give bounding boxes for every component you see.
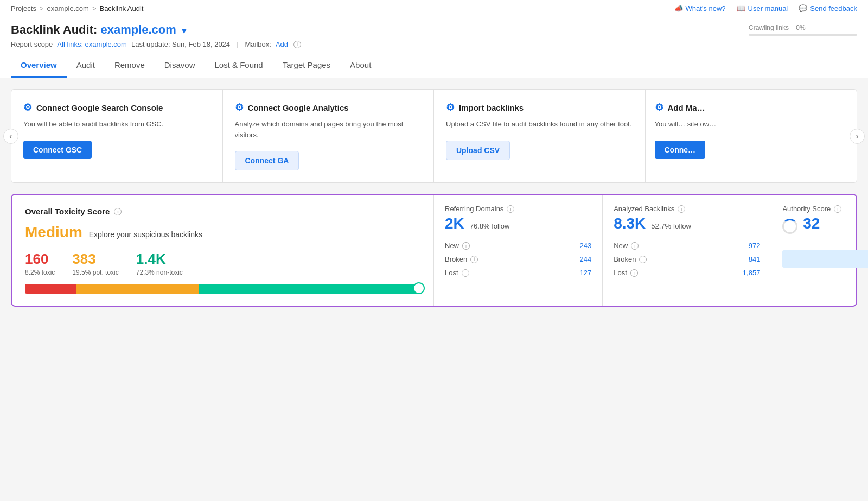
analyzed-backlinks-follow: 52.7% follow xyxy=(651,222,691,230)
authority-score-panel: Authority Score i 32 xyxy=(771,195,868,306)
referring-domains-info-icon[interactable]: i xyxy=(507,205,514,213)
analyzed-backlinks-title: Analyzed Backlinks i xyxy=(614,205,760,213)
gear-icon-ga: ⚙ xyxy=(235,102,244,113)
gear-icon-import: ⚙ xyxy=(446,102,455,113)
rd-row-broken: Broken i 244 xyxy=(445,252,591,266)
ab-row-lost: Lost i 1,857 xyxy=(614,266,760,280)
toxicity-info-icon[interactable]: i xyxy=(114,208,122,215)
cards-nav-left[interactable]: ‹ xyxy=(3,129,18,144)
tab-lost-found[interactable]: Lost & Found xyxy=(205,54,272,78)
toxicity-bar-orange xyxy=(76,284,199,294)
tab-about[interactable]: About xyxy=(340,54,381,78)
authority-score-chart xyxy=(782,250,868,268)
authority-score-info-icon[interactable]: i xyxy=(834,205,841,213)
analyzed-backlinks-value-row: 8.3K 52.7% follow xyxy=(614,215,760,232)
megaphone-icon: 📣 xyxy=(674,4,683,12)
referring-domains-value: 2K xyxy=(445,215,464,232)
upload-csv-button[interactable]: Upload CSV xyxy=(446,141,510,160)
chat-icon: 💬 xyxy=(799,4,807,12)
toxicity-title: Overall Toxicity Score i xyxy=(25,207,420,216)
analyzed-backlinks-panel: Analyzed Backlinks i 8.3K 52.7% follow N… xyxy=(603,195,771,306)
top-bar: Projects > example.com > Backlink Audit … xyxy=(0,0,868,17)
tab-disavow[interactable]: Disavow xyxy=(155,54,205,78)
card-gsc-title: ⚙ Connect Google Search Console xyxy=(23,102,210,113)
cards-nav-right[interactable]: › xyxy=(850,129,865,144)
referring-domains-value-row: 2K 76.8% follow xyxy=(445,215,591,232)
whats-new-button[interactable]: 📣 What's new? xyxy=(674,4,726,12)
connect-ga-button[interactable]: Connect GA xyxy=(235,151,299,170)
toxicity-scores: 160 8.2% toxic 383 19.5% pot. toxic 1.4K… xyxy=(25,251,420,276)
ab-broken-info[interactable]: i xyxy=(639,256,647,263)
referring-domains-follow: 76.8% follow xyxy=(470,222,510,230)
progress-bar-container xyxy=(749,34,857,36)
analyzed-backlinks-info-icon[interactable]: i xyxy=(678,205,685,213)
card-ga-title: ⚙ Connect Google Analytics xyxy=(235,102,422,113)
toxicity-bar-green xyxy=(199,284,420,294)
toxicity-bar-red xyxy=(25,284,76,294)
meta-row: Report scope All links: example.com Last… xyxy=(11,37,857,54)
scope-link[interactable]: All links: example.com xyxy=(57,40,127,48)
gear-icon-gsc: ⚙ xyxy=(23,102,32,113)
toxicity-subtitle: Explore your suspicious backlinks xyxy=(89,230,202,239)
domain-link[interactable]: example.com xyxy=(100,23,176,36)
card-ga-desc: Analyze which domains and pages bring yo… xyxy=(235,119,422,140)
rd-row-new: New i 243 xyxy=(445,239,591,252)
analyzed-backlinks-value: 8.3K xyxy=(614,215,646,232)
chevron-left-icon: ‹ xyxy=(9,131,12,141)
ab-new-info[interactable]: i xyxy=(631,242,639,250)
tox-score-toxic: 160 8.2% toxic xyxy=(25,251,55,276)
header-section: Backlink Audit: example.com ▾ Crawling l… xyxy=(0,17,868,78)
ab-row-new: New i 972 xyxy=(614,239,760,252)
toxicity-bar-thumb xyxy=(413,282,425,294)
send-feedback-button[interactable]: 💬 Send feedback xyxy=(799,4,857,12)
toxicity-main: Overall Toxicity Score i Medium Explore … xyxy=(12,195,434,306)
ab-row-broken: Broken i 841 xyxy=(614,252,760,266)
rd-lost-info[interactable]: i xyxy=(462,269,469,277)
breadcrumb-sep2: > xyxy=(92,4,97,12)
card-gsc-desc: You will be able to audit backlinks from… xyxy=(23,119,210,130)
breadcrumb-current: Backlink Audit xyxy=(99,4,143,12)
tab-target-pages[interactable]: Target Pages xyxy=(273,54,340,78)
chevron-right-icon: › xyxy=(856,131,858,141)
authority-score-value-row: 32 xyxy=(782,215,868,234)
toxicity-section: Overall Toxicity Score i Medium Explore … xyxy=(11,194,857,307)
authority-score-title: Authority Score i xyxy=(782,205,868,213)
rd-broken-info[interactable]: i xyxy=(470,256,478,263)
breadcrumb-domain[interactable]: example.com xyxy=(47,4,89,12)
authority-score-circle xyxy=(782,219,797,234)
book-icon: 📖 xyxy=(737,4,745,12)
card-import-desc: Upload a CSV file to audit backlinks fou… xyxy=(446,119,633,130)
cards-row: ⚙ Connect Google Search Console You will… xyxy=(11,89,857,183)
toxicity-level: Medium xyxy=(25,224,82,240)
card-partial: ⚙ Add Ma… You will… site ow… Conne… xyxy=(646,90,730,182)
breadcrumb-projects[interactable]: Projects xyxy=(11,4,36,12)
referring-domains-panel: Referring Domains i 2K 76.8% follow New … xyxy=(434,195,603,306)
connect-partial-button[interactable]: Conne… xyxy=(655,141,706,159)
rd-new-info[interactable]: i xyxy=(462,242,470,250)
tab-audit[interactable]: Audit xyxy=(67,54,105,78)
toxicity-level-row: Medium Explore your suspicious backlinks xyxy=(25,224,420,241)
ab-lost-info[interactable]: i xyxy=(630,269,638,277)
toxicity-bar xyxy=(25,284,420,294)
domain-dropdown-arrow[interactable]: ▾ xyxy=(182,26,186,35)
top-actions: 📣 What's new? 📖 User manual 💬 Send feedb… xyxy=(674,4,857,12)
main-content: ‹ ⚙ Connect Google Search Console You wi… xyxy=(0,78,868,323)
title-row: Backlink Audit: example.com ▾ Crawling l… xyxy=(11,23,857,37)
tab-remove[interactable]: Remove xyxy=(105,54,155,78)
referring-domains-rows: New i 243 Broken i 244 Lost i 127 xyxy=(445,239,591,280)
rd-row-lost: Lost i 127 xyxy=(445,266,591,280)
mailbox-info-icon[interactable]: i xyxy=(293,41,301,48)
breadcrumb: Projects > example.com > Backlink Audit xyxy=(11,4,143,12)
user-manual-button[interactable]: 📖 User manual xyxy=(737,4,788,12)
breadcrumb-sep1: > xyxy=(40,4,44,12)
tabs-row: Overview Audit Remove Disavow Lost & Fou… xyxy=(11,54,857,78)
page-title: Backlink Audit: example.com ▾ xyxy=(11,23,186,37)
card-gsc: ⚙ Connect Google Search Console You will… xyxy=(11,90,223,182)
connect-gsc-button[interactable]: Connect GSC xyxy=(23,141,92,159)
tab-overview[interactable]: Overview xyxy=(11,54,67,78)
tox-score-non-toxic: 1.4K 72.3% non-toxic xyxy=(136,251,183,276)
card-import: ⚙ Import backlinks Upload a CSV file to … xyxy=(434,90,646,182)
mailbox-link[interactable]: Add xyxy=(276,40,288,48)
gear-icon-partial: ⚙ xyxy=(655,102,663,113)
analyzed-backlinks-rows: New i 972 Broken i 841 Lost i 1,857 xyxy=(614,239,760,280)
